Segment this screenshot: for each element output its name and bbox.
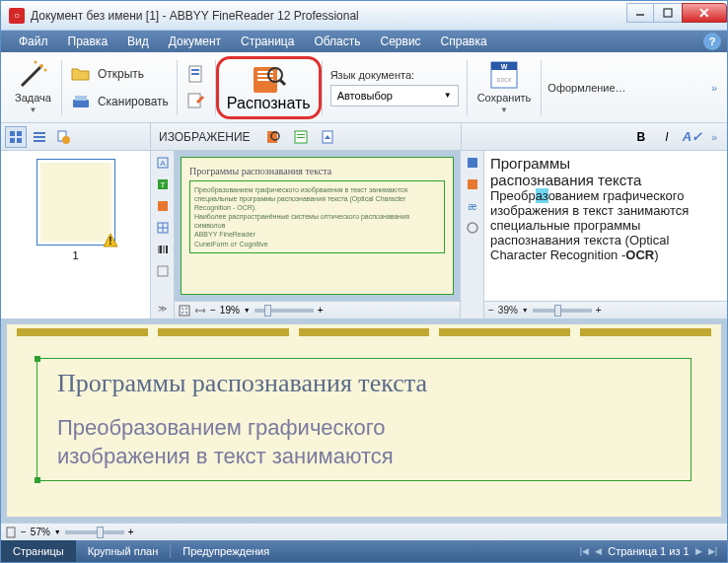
zoom-in-icon[interactable]: + <box>596 305 602 316</box>
word-icon: WDOCX <box>487 60 521 90</box>
menubar: Файл Правка Вид Документ Страница Област… <box>1 31 727 52</box>
fit-width-icon[interactable] <box>194 305 206 317</box>
status-tab-pages[interactable]: Страницы <box>1 540 76 562</box>
zoom-in-icon[interactable]: + <box>318 305 324 316</box>
recognized-text[interactable]: Программы распознавания текста Преобразо… <box>484 151 727 318</box>
menu-help[interactable]: Справка <box>433 33 495 50</box>
tool-barcode-icon[interactable] <box>153 240 173 259</box>
svg-point-58 <box>468 223 477 233</box>
text-tool-2-icon[interactable] <box>463 175 482 194</box>
save-button[interactable]: WDOCX Сохранить ▼ <box>468 56 542 119</box>
image-pane-label: ИЗОБРАЖЕНИЕ <box>159 130 251 144</box>
open-label: Открыть <box>98 67 144 81</box>
svg-rect-22 <box>10 131 15 136</box>
maximize-button[interactable] <box>653 3 683 23</box>
closeup-zoom-value: 57% <box>31 527 50 537</box>
text-tool-3-icon[interactable]: æ <box>463 196 482 216</box>
titlebar: ○ Документ без имени [1] - ABBYY FineRea… <box>1 1 727 31</box>
zoom-out-icon[interactable]: − <box>210 305 216 316</box>
task-label: Задача <box>15 92 51 104</box>
lang-value: Автовыбор <box>337 90 393 102</box>
text-tool-1-icon[interactable] <box>463 153 482 173</box>
first-page-icon[interactable]: |◀ <box>580 546 589 556</box>
view-thumbnails-button[interactable] <box>5 126 27 148</box>
svg-text:T: T <box>160 180 165 189</box>
closeup-zoom-slider[interactable] <box>65 530 124 534</box>
format-button[interactable]: Оформление… <box>542 82 631 94</box>
zoom-out-icon[interactable]: − <box>21 527 27 537</box>
tool-more-icon[interactable]: ≫ <box>153 299 173 318</box>
text-tool-4-icon[interactable] <box>463 218 482 238</box>
svg-rect-6 <box>73 100 89 107</box>
wand-icon <box>16 60 49 90</box>
scan-label: Сканировать <box>98 95 169 108</box>
fit-icon[interactable] <box>179 305 190 317</box>
text-pane: æ Программы распознавания текста Преобра… <box>461 151 727 318</box>
zoom-in-icon[interactable]: + <box>128 527 134 537</box>
help-icon[interactable]: ? <box>703 33 721 50</box>
closeup-document[interactable]: Программы распознавания текста Преобразо… <box>7 324 721 517</box>
svg-text:DOCX: DOCX <box>497 77 512 83</box>
menu-area[interactable]: Область <box>306 33 368 50</box>
svg-rect-35 <box>297 137 305 138</box>
svg-rect-13 <box>257 71 273 73</box>
tool-pointer-icon[interactable]: A <box>153 153 173 173</box>
page-thumbnail-1[interactable]: ! <box>36 159 115 246</box>
menu-view[interactable]: Вид <box>119 33 157 50</box>
closeup-zoom-bar: − 57% ▼ + <box>1 523 727 540</box>
fit-icon[interactable] <box>5 527 17 538</box>
prev-page-icon[interactable]: ◀ <box>595 546 602 556</box>
status-tab-closeup[interactable]: Крупный план <box>76 540 171 562</box>
next-page-icon[interactable]: ▶ <box>695 546 702 556</box>
tool-text-area-icon[interactable]: T <box>153 175 173 194</box>
menu-file[interactable]: Файл <box>11 33 56 50</box>
svg-rect-9 <box>191 69 199 71</box>
menu-page[interactable]: Страница <box>233 33 302 50</box>
zoom-out-icon[interactable]: − <box>488 305 494 316</box>
text-overflow-icon[interactable]: » <box>707 131 721 143</box>
edit-page-icon[interactable] <box>185 91 207 112</box>
thumbnail-pane: ! 1 <box>1 151 151 318</box>
page-properties-button[interactable] <box>52 126 74 148</box>
secondary-toolbar: ИЗОБРАЖЕНИЕ B I A✓ » <box>1 123 727 151</box>
last-page-icon[interactable]: ▶| <box>708 546 717 556</box>
menu-service[interactable]: Сервис <box>373 33 429 50</box>
recognized-image[interactable]: Программы распознавания текста Преобразо… <box>181 157 454 295</box>
minimize-button[interactable] <box>626 3 654 23</box>
closeup-pane: Программы распознавания текста Преобразо… <box>1 318 727 540</box>
open-button[interactable]: Открыть <box>70 63 169 85</box>
image-zoom-slider[interactable] <box>255 309 314 313</box>
language-select[interactable]: Автовыбор ▼ <box>330 85 459 106</box>
bold-button[interactable]: B <box>630 126 652 148</box>
svg-rect-7 <box>75 96 87 101</box>
save-label: Сохранить <box>477 92 532 104</box>
svg-text:W: W <box>501 63 508 70</box>
page-image-button[interactable] <box>318 126 339 148</box>
read-button[interactable] <box>262 126 284 148</box>
task-button[interactable]: Задача ▼ <box>5 56 61 119</box>
tool-table-area-icon[interactable] <box>153 218 173 238</box>
view-list-button[interactable] <box>29 126 50 148</box>
analyze-button[interactable] <box>290 126 312 148</box>
close-button[interactable]: ✕ <box>682 3 727 23</box>
italic-button[interactable]: I <box>656 126 678 148</box>
status-tab-warnings[interactable]: Предупреждения <box>171 540 281 562</box>
menu-document[interactable]: Документ <box>161 33 229 50</box>
svg-point-5 <box>44 69 47 72</box>
text-zoom-slider[interactable] <box>533 309 592 313</box>
svg-rect-24 <box>10 138 15 143</box>
svg-text:!: ! <box>109 236 111 246</box>
recognize-button[interactable]: Распознать <box>216 56 322 119</box>
svg-rect-10 <box>191 73 199 75</box>
text-style-button[interactable]: A✓ <box>682 126 703 148</box>
text-zoom-bar: − 39% ▼ + <box>484 301 727 318</box>
tool-picture-area-icon[interactable] <box>153 196 173 216</box>
page-icon[interactable] <box>185 63 207 85</box>
ribbon-overflow-icon[interactable]: » <box>705 82 723 94</box>
statusbar: Страницы Крупный план Предупреждения |◀ … <box>1 540 727 562</box>
menu-edit[interactable]: Правка <box>60 33 116 50</box>
scan-button[interactable]: Сканировать <box>70 91 169 112</box>
svg-rect-34 <box>297 134 305 135</box>
app-icon: ○ <box>9 8 25 24</box>
tool-recognition-icon[interactable] <box>153 261 173 281</box>
